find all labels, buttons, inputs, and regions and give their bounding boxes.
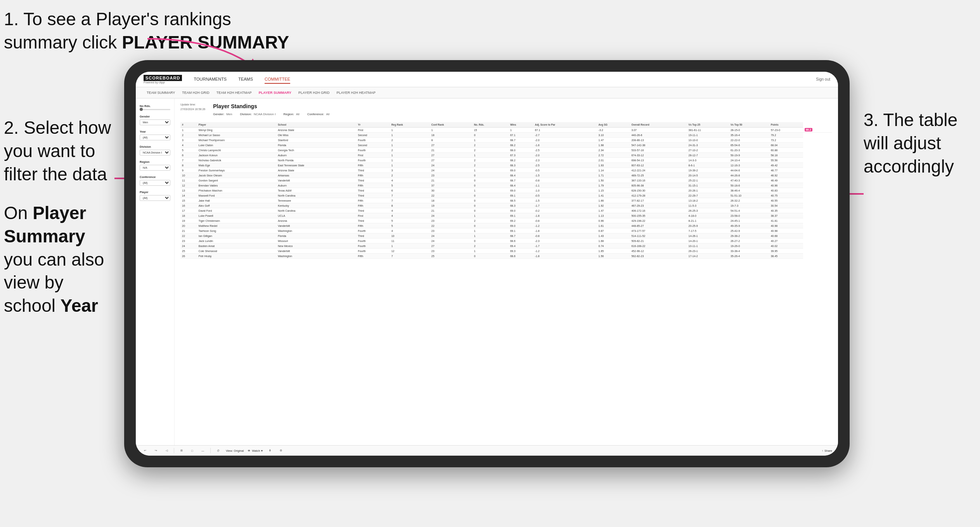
table-cell: Fourth	[356, 138, 390, 143]
table-cell: -3.2	[597, 128, 630, 133]
table-cell: 448-85-27	[630, 223, 687, 228]
nav-tournaments[interactable]: TOURNAMENTS	[194, 75, 227, 84]
subnav-player-summary[interactable]: PLAYER SUMMARY	[256, 90, 294, 96]
table-cell: 1	[473, 213, 509, 218]
table-cell: -1.5	[533, 198, 597, 203]
view-original-btn[interactable]: View: Original	[226, 449, 244, 453]
sidebar-no-rds: No Rds.	[140, 104, 170, 110]
table-cell: 4	[180, 143, 197, 148]
table-cell: 1.47	[597, 138, 630, 143]
table-cell: 22	[430, 193, 473, 198]
toolbar-back[interactable]: ◁	[163, 448, 170, 453]
table-cell: 1.56	[597, 254, 630, 259]
table-cell: First	[356, 213, 390, 218]
table-cell: 10-10-0	[687, 138, 729, 143]
filter-division-label: Division:	[240, 112, 252, 116]
table-cell: 381-61-11	[687, 128, 729, 133]
toolbar-paste[interactable]: □	[189, 449, 195, 453]
filter-conference-value: All	[326, 112, 329, 116]
sidebar-conference-select[interactable]: (All)	[140, 180, 170, 186]
table-cell: 7-17-5	[687, 228, 729, 233]
table-cell: 452-96-12	[630, 249, 687, 254]
table-cell: 3.10	[597, 133, 630, 138]
table-cell: 14-20-1	[687, 238, 729, 244]
table-cell: 4	[390, 228, 430, 233]
toolbar-redo[interactable]: ↪	[152, 448, 159, 453]
table-cell: 27	[430, 158, 473, 163]
col-adj-score: Adj. Score to Par	[533, 122, 597, 128]
nav-sign-out[interactable]: Sign out	[816, 77, 830, 81]
update-time-label: Update time:	[180, 103, 205, 106]
table-row: 24Bastien AmatNew MexicoFourth127269.4-1…	[180, 244, 832, 249]
nav-committee[interactable]: COMMITTEE	[265, 75, 290, 84]
table-cell: Fifth	[356, 223, 390, 228]
table-cell: 26-27-2	[729, 238, 769, 244]
table-cell: 509-82-21	[630, 238, 687, 244]
table-row: 4Luke ClatonFloridaSecond127268.2-1.61.9…	[180, 143, 832, 148]
watch-btn[interactable]: 👁 Watch ▾	[248, 449, 263, 453]
toolbar-clock[interactable]: ⏱	[215, 449, 222, 453]
table-cell: New Mexico	[276, 244, 356, 249]
table-cell: Third	[356, 208, 390, 213]
share-button[interactable]: ↑ Share	[822, 449, 832, 453]
table-cell: 23	[430, 249, 473, 254]
no-rds-slider[interactable]	[140, 109, 170, 110]
subnav-team-h2h-grid[interactable]: TEAM H2H GRID	[179, 90, 213, 96]
table-cell: Arkansas	[276, 173, 356, 178]
table-cell: Second	[356, 133, 390, 138]
subnav-player-h2h-heatmap[interactable]: PLAYER H2H HEATMAP	[333, 90, 379, 96]
table-cell: 9	[180, 168, 197, 173]
table-cell: 26	[180, 254, 197, 259]
filter-division-value: NCAA Division I	[254, 112, 275, 116]
table-cell: 0	[473, 193, 509, 198]
table-cell: 14-26-1	[687, 233, 729, 238]
table-cell: -1.7	[533, 203, 597, 208]
table-cell: 12	[390, 249, 430, 254]
sidebar-gender-select[interactable]: Men	[140, 119, 170, 125]
table-cell: 18	[430, 133, 473, 138]
sidebar-division-select[interactable]: NCAA Division I	[140, 150, 170, 156]
table-body: 1Wenyi DingArizona StateFirst1115167.1-3…	[180, 128, 832, 259]
table-cell: 19-11-1	[687, 133, 729, 138]
toolbar-download[interactable]: ⬇	[267, 448, 274, 453]
table-cell: UCLA	[276, 213, 356, 218]
sidebar-player-select[interactable]: (All)	[140, 195, 170, 201]
nav-teams[interactable]: TEAMS	[238, 75, 253, 84]
subnav-team-summary[interactable]: TEAM SUMMARY	[144, 90, 178, 96]
table-cell: 24	[430, 238, 473, 244]
table-header: # Player School Yr Reg Rank Conf Rank No…	[180, 122, 832, 128]
toolbar-copy[interactable]: ⊞	[178, 448, 185, 453]
table-row: 7Nicholas GabrelcikNorth FloridaFourth12…	[180, 158, 832, 163]
table-cell: Preston Summerhays	[197, 168, 276, 173]
subnav-team-h2h-heatmap[interactable]: TEAM H2H HEATMAP	[213, 90, 255, 96]
table-cell: Alex Goff	[197, 203, 276, 208]
table-row: 8Mats EgeEast Tennessee StateFifth124268…	[180, 163, 832, 168]
table-cell: 68.4	[509, 183, 533, 188]
table-area: Update time: 27/03/2024 16:56:26 Player …	[175, 98, 838, 445]
sidebar-filters: No Rds. Gender Men Year	[136, 98, 175, 445]
toolbar-undo[interactable]: ↩	[142, 448, 149, 453]
table-cell: 40.02	[769, 244, 803, 249]
table-cell: -1.8	[533, 228, 597, 233]
table-cell: 1	[180, 128, 197, 133]
table-cell: 562-82-23	[630, 254, 687, 259]
subnav-player-h2h-grid[interactable]: PLAYER H2H GRID	[295, 90, 332, 96]
table-cell: -0.8	[533, 233, 597, 238]
table-cell: 68.6	[509, 254, 533, 259]
table-cell: 22	[430, 223, 473, 228]
toolbar-minus[interactable]: —	[199, 449, 206, 453]
table-cell: 10-11-1	[687, 244, 729, 249]
table-cell: 68.2	[509, 158, 533, 163]
slider-thumb	[140, 108, 143, 111]
table-cell: 1	[473, 188, 509, 193]
table-cell: Florida	[276, 143, 356, 148]
table-cell: Stanford	[276, 138, 356, 143]
sidebar-region-select[interactable]: N/A	[140, 165, 170, 171]
table-cell: 674-33-12	[630, 153, 687, 158]
sidebar-year-select[interactable]: (All)	[140, 135, 170, 140]
table-cell: 8	[180, 163, 197, 168]
toolbar-settings[interactable]: ⚙	[277, 448, 284, 453]
table-cell: 1.93	[597, 163, 630, 168]
table-cell: 1	[473, 249, 509, 254]
filter-division: Division: NCAA Division I	[240, 112, 276, 116]
